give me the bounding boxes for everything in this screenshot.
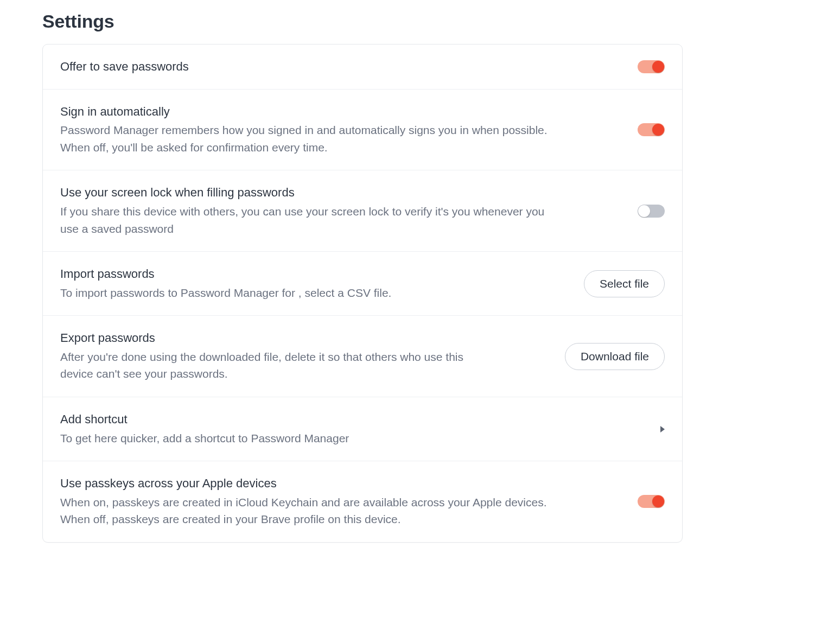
select-file-button[interactable]: Select file — [584, 270, 665, 297]
row-description: After you're done using the downloaded f… — [60, 348, 494, 383]
row-offer-save-passwords: Offer to save passwords — [43, 44, 682, 90]
row-screen-lock: Use your screen lock when filling passwo… — [43, 170, 682, 252]
row-export-passwords: Export passwords After you're done using… — [43, 316, 682, 397]
row-passkeys-apple: Use passkeys across your Apple devices W… — [43, 461, 682, 542]
toggle-screen-lock[interactable] — [638, 205, 665, 218]
row-title: Add shortcut — [60, 411, 647, 428]
settings-card: Offer to save passwords Sign in automati… — [42, 44, 683, 543]
row-title: Use passkeys across your Apple devices — [60, 475, 625, 492]
row-title: Export passwords — [60, 330, 552, 346]
row-description: When on, passkeys are created in iCloud … — [60, 494, 559, 528]
row-description: If you share this device with others, yo… — [60, 203, 559, 237]
row-description: To get here quicker, add a shortcut to P… — [60, 430, 559, 447]
row-import-passwords: Import passwords To import passwords to … — [43, 252, 682, 316]
row-description: To import passwords to Password Manager … — [60, 284, 559, 302]
row-title: Offer to save passwords — [60, 59, 625, 75]
download-file-button[interactable]: Download file — [565, 343, 665, 370]
row-title: Import passwords — [60, 266, 571, 282]
row-title: Use your screen lock when filling passwo… — [60, 185, 625, 201]
row-description: Password Manager remembers how you signe… — [60, 122, 559, 156]
toggle-passkeys-apple[interactable] — [638, 495, 665, 508]
toggle-offer-save-passwords[interactable] — [638, 60, 665, 73]
chevron-right-icon — [660, 426, 665, 433]
row-sign-in-automatically: Sign in automatically Password Manager r… — [43, 90, 682, 171]
toggle-sign-in-automatically[interactable] — [638, 123, 665, 136]
row-title: Sign in automatically — [60, 104, 625, 120]
page-title: Settings — [42, 11, 683, 32]
row-add-shortcut[interactable]: Add shortcut To get here quicker, add a … — [43, 397, 682, 461]
